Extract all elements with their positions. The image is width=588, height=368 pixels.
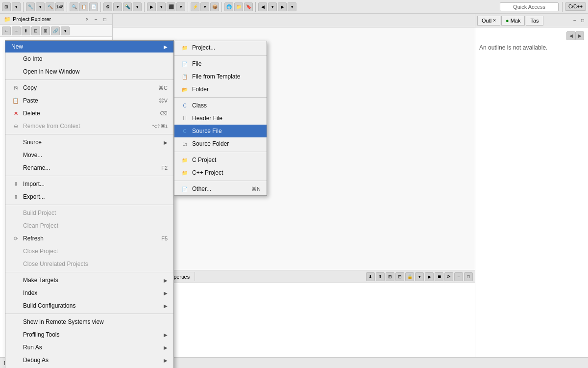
toolbar-icon-24[interactable]: ◀ — [258, 2, 267, 11]
project-explorer-tab[interactable]: 📁 Project Explorer × − □ — [0, 14, 112, 25]
panel-close-icon[interactable]: × — [84, 16, 91, 23]
profiling-tools-item[interactable]: Profiling Tools ▶ — [5, 328, 173, 341]
submenu-source-file[interactable]: C Source File — [174, 125, 267, 137]
toolbar-icon-6[interactable]: 148 — [55, 2, 64, 11]
right-panel-minimize[interactable]: − — [571, 17, 578, 24]
panel-toolbar-icon7[interactable]: ▾ — [61, 26, 70, 35]
delete-item[interactable]: ✕ Delete ⌫ — [5, 107, 173, 120]
go-into-item[interactable]: Go Into — [5, 53, 173, 65]
make-tab[interactable]: ● Mak — [501, 16, 525, 26]
toolbar-icon-12[interactable]: 🔦 — [123, 2, 132, 11]
panel-toolbar-icon5[interactable]: ⊞ — [41, 26, 50, 35]
submenu-cpp-project[interactable]: 📁 C++ Project — [174, 166, 267, 179]
new-menu-item[interactable]: New ▶ — [5, 41, 173, 53]
submenu-project[interactable]: 📁 Project... — [174, 41, 267, 54]
submenu-other[interactable]: 📄 Other... ⌘N — [174, 183, 267, 195]
toolbar-icon-18[interactable]: ⚡ — [191, 2, 199, 11]
toolbar-icon-17[interactable]: ▾ — [176, 2, 185, 11]
toolbar-icon-26[interactable]: ▶ — [278, 2, 287, 11]
copy-item[interactable]: ⎘ Copy ⌘C — [5, 81, 173, 94]
quick-access-box[interactable]: Quick Access — [500, 2, 559, 11]
panel-toolbar-icon4[interactable]: ⊟ — [31, 26, 40, 35]
toolbar-icon-14[interactable]: ▶ — [147, 2, 156, 11]
paste-icon: 📋 — [11, 96, 20, 105]
toolbar-icon-27[interactable]: ▾ — [288, 2, 296, 11]
paste-item[interactable]: 📋 Paste ⌘V — [5, 94, 173, 107]
submenu-class-label: Class — [192, 102, 207, 109]
bottom-tb-icon7[interactable]: ▶ — [425, 272, 434, 281]
tasks-tab[interactable]: Tas — [526, 16, 543, 26]
bottom-tb-icon1[interactable]: ⬇ — [366, 272, 375, 281]
toolbar-icon-10[interactable]: ⚙ — [103, 2, 112, 11]
panel-minimize-icon[interactable]: − — [93, 16, 99, 23]
top-right-area: C/C++ — [561, 2, 586, 12]
index-item[interactable]: Index ▶ — [5, 287, 173, 299]
index-arrow-icon: ▶ — [164, 290, 168, 296]
remove-from-context-item[interactable]: ⊖ Remove from Context ⌥⇧⌘1 — [5, 120, 173, 132]
toolbar-icon-3[interactable]: 🔧 — [26, 2, 35, 11]
bottom-tb-icon11[interactable]: □ — [464, 272, 473, 281]
build-project-item[interactable]: Build Project — [5, 207, 173, 219]
outline-tab[interactable]: Outl × — [477, 16, 500, 26]
toolbar-icon-15[interactable]: ▾ — [157, 2, 166, 11]
bottom-tb-icon5[interactable]: 🔒 — [405, 272, 414, 281]
toolbar-icon-9[interactable]: 📄 — [89, 2, 98, 11]
bottom-tb-icon3[interactable]: ⊞ — [386, 272, 394, 281]
run-as-label: Run As — [23, 344, 162, 351]
clean-project-item[interactable]: Clean Project — [5, 219, 173, 232]
source-item[interactable]: Source ▶ — [5, 136, 173, 149]
bottom-tb-icon9[interactable]: ⟳ — [444, 272, 453, 281]
bottom-tb-icon6[interactable]: ▾ — [415, 272, 424, 281]
bottom-tb-icon2[interactable]: ⬆ — [376, 272, 385, 281]
outline-icon2[interactable]: ▶ — [575, 31, 584, 40]
show-remote-item[interactable]: Show in Remote Systems view — [5, 315, 173, 328]
submenu-source-folder[interactable]: 🗂 Source Folder — [174, 137, 267, 150]
bottom-tb-icon10[interactable]: − — [454, 272, 463, 281]
panel-toolbar-icon6[interactable]: 🔗 — [51, 26, 60, 35]
cpp-button[interactable]: C/C++ — [565, 2, 586, 11]
toolbar-icon-4[interactable]: ▾ — [36, 2, 45, 11]
bottom-tb-icon4[interactable]: ⊟ — [395, 272, 404, 281]
toolbar-icon-2[interactable]: ▾ — [12, 2, 21, 11]
panel-toolbar-icon3[interactable]: ⬆ — [22, 26, 30, 35]
make-targets-item[interactable]: Make Targets ▶ — [5, 274, 173, 287]
toolbar-icon-7[interactable]: 🔍 — [70, 2, 78, 11]
toolbar-icon-16[interactable]: ⬛ — [167, 2, 175, 11]
rename-item[interactable]: Rename... F2 — [5, 161, 173, 174]
build-configurations-item[interactable]: Build Configurations ▶ — [5, 299, 173, 312]
export-item[interactable]: ⬆ Export... — [5, 190, 173, 203]
submenu-file-template[interactable]: 📋 File from Template — [174, 70, 267, 83]
panel-toolbar-icon2[interactable]: → — [12, 26, 21, 35]
toolbar-icon-11[interactable]: ▾ — [113, 2, 122, 11]
toolbar-icon-20[interactable]: 📦 — [210, 2, 219, 11]
toolbar-icon-21[interactable]: 🌐 — [224, 2, 233, 11]
close-unrelated-item[interactable]: Close Unrelated Projects — [5, 258, 173, 270]
debug-as-item[interactable]: Debug As ▶ — [5, 354, 173, 367]
toolbar-icon-25[interactable]: ▾ — [268, 2, 277, 11]
close-project-item[interactable]: Close Project — [5, 245, 173, 258]
run-as-item[interactable]: Run As ▶ — [5, 341, 173, 354]
outline-close[interactable]: × — [493, 18, 496, 23]
submenu-c-project[interactable]: 📁 C Project — [174, 154, 267, 166]
bottom-tb-icon8[interactable]: ⏹ — [435, 272, 443, 281]
toolbar-icon-22[interactable]: 📁 — [234, 2, 243, 11]
panel-maximize-icon[interactable]: □ — [101, 16, 108, 23]
submenu-class[interactable]: C Class — [174, 99, 267, 112]
submenu-folder[interactable]: 📂 Folder — [174, 83, 267, 96]
top-toolbar: ⊞ ▾ 🔧 ▾ 🔨 148 🔍 📋 📄 ⚙ ▾ 🔦 ▾ ▶ ▾ ⬛ ▾ ⚡ ▾ … — [0, 0, 588, 14]
right-panel-maximize[interactable]: □ — [579, 17, 586, 24]
toolbar-icon-5[interactable]: 🔨 — [46, 2, 54, 11]
toolbar-icon-19[interactable]: ▾ — [200, 2, 209, 11]
toolbar-icon-8[interactable]: 📋 — [79, 2, 88, 11]
submenu-file[interactable]: 📄 File — [174, 57, 267, 70]
panel-toolbar-icon1[interactable]: ← — [2, 26, 11, 35]
toolbar-icon-1[interactable]: ⊞ — [2, 2, 11, 11]
outline-icon1[interactable]: ◀ — [566, 31, 575, 40]
submenu-header-file[interactable]: H Header File — [174, 112, 267, 125]
open-new-window-item[interactable]: Open in New Window — [5, 65, 173, 78]
toolbar-icon-23[interactable]: 🔖 — [244, 2, 253, 11]
refresh-item[interactable]: ⟳ Refresh F5 — [5, 232, 173, 245]
import-item[interactable]: ⬇ Import... — [5, 178, 173, 190]
move-item[interactable]: Move... — [5, 149, 173, 161]
toolbar-icon-13[interactable]: ▾ — [133, 2, 142, 11]
